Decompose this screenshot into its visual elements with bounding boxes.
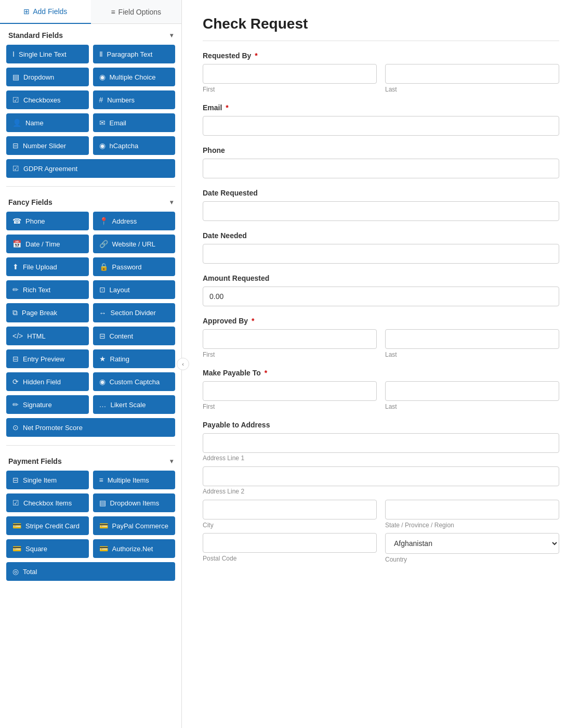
number-slider-label: Number Slider: [23, 142, 66, 150]
field-btn-layout[interactable]: ⊡ Layout: [93, 280, 176, 299]
address-line-2-input[interactable]: [203, 466, 559, 486]
field-btn-checkbox-items[interactable]: ☑ Checkbox Items: [6, 493, 89, 512]
field-btn-authorize-net[interactable]: 💳 Authorize.Net: [93, 539, 176, 558]
add-fields-label: Add Fields: [33, 7, 67, 16]
requested-by-required: *: [255, 51, 257, 60]
collapse-panel-button[interactable]: ‹: [177, 358, 189, 370]
paragraph-text-icon: Ⅱ: [99, 50, 103, 58]
rating-icon: ★: [99, 355, 106, 363]
total-icon: ◎: [12, 567, 19, 576]
field-btn-square[interactable]: 💳 Square: [6, 539, 89, 558]
field-btn-signature[interactable]: ✏ Signature: [6, 395, 89, 414]
field-btn-website-url[interactable]: 🔗 Website / URL: [93, 235, 176, 253]
dropdown-items-icon: ▤: [99, 499, 106, 507]
field-btn-multiple-choice[interactable]: ◉ Multiple Choice: [93, 68, 176, 86]
address-line-1-sublabel: Address Line 1: [203, 454, 244, 462]
tab-add-fields[interactable]: ⊞ Add Fields: [0, 0, 91, 24]
tab-field-options[interactable]: ≡ Field Options: [91, 0, 182, 23]
field-btn-custom-captcha[interactable]: ◉ Custom Captcha: [93, 372, 176, 391]
country-sublabel: Country: [385, 556, 559, 563]
rich-text-icon: ✏: [12, 285, 19, 294]
field-btn-multiple-items[interactable]: ≡ Multiple Items: [93, 471, 176, 489]
field-btn-date-time[interactable]: 📅 Date / Time: [6, 235, 89, 253]
fancy-fields-header[interactable]: Fancy Fields ▾: [0, 191, 181, 212]
field-btn-single-line-text[interactable]: Ⅰ Single Line Text: [6, 45, 89, 63]
net-promoter-score-label: Net Promoter Score: [23, 424, 83, 432]
section-divider-label: Section Divider: [111, 309, 156, 317]
field-btn-likert-scale[interactable]: … Likert Scale: [93, 395, 176, 414]
field-btn-phone[interactable]: ☎ Phone: [6, 212, 89, 230]
field-btn-gdpr-agreement[interactable]: ☑ GDPR Agreement: [6, 159, 175, 178]
html-label: HTML: [27, 332, 45, 340]
email-icon: ✉: [99, 119, 106, 127]
field-btn-number-slider[interactable]: ⊟ Number Slider: [6, 136, 89, 155]
field-email: Email *: [203, 103, 559, 136]
field-btn-hcaptcha[interactable]: ◉ hCaptcha: [93, 136, 176, 155]
field-btn-stripe-credit-card[interactable]: 💳 Stripe Credit Card: [6, 516, 89, 535]
field-btn-total[interactable]: ◎ Total: [6, 562, 175, 581]
multiple-choice-icon: ◉: [99, 73, 106, 81]
address-label: Address: [112, 217, 137, 225]
city-input[interactable]: [203, 500, 377, 519]
address-line-1-input[interactable]: [203, 433, 559, 453]
field-btn-single-item[interactable]: ⊟ Single Item: [6, 471, 89, 489]
field-phone: Phone: [203, 146, 559, 178]
field-options-icon: ≡: [111, 8, 115, 16]
field-btn-rating[interactable]: ★ Rating: [93, 349, 176, 368]
password-label: Password: [112, 263, 142, 271]
field-btn-paragraph-text[interactable]: Ⅱ Paragraph Text: [93, 45, 176, 63]
field-btn-address[interactable]: 📍 Address: [93, 212, 176, 230]
make-payable-to-first-input[interactable]: [203, 381, 377, 401]
approved-by-label: Approved By *: [203, 317, 559, 325]
field-btn-net-promoter-score[interactable]: ⊙ Net Promoter Score: [6, 418, 175, 437]
payment-fields-title: Payment Fields: [8, 457, 62, 465]
country-select[interactable]: Afghanistan Albania Algeria Andorra Ango…: [385, 533, 559, 554]
email-input[interactable]: [203, 116, 559, 136]
approved-by-first-input[interactable]: [203, 329, 377, 349]
field-btn-numbers[interactable]: # Numbers: [93, 90, 176, 109]
field-btn-hidden-field[interactable]: ⟳ Hidden Field: [6, 372, 89, 391]
requested-by-first-input[interactable]: [203, 64, 377, 84]
amount-requested-input[interactable]: [203, 287, 559, 306]
phone-icon: ☎: [12, 217, 21, 225]
field-btn-email[interactable]: ✉ Email: [93, 113, 176, 132]
field-btn-section-divider[interactable]: ↔ Section Divider: [93, 303, 176, 322]
approved-by-last-input[interactable]: [385, 329, 559, 349]
field-date-requested: Date Requested: [203, 189, 559, 221]
website-url-icon: 🔗: [99, 240, 108, 248]
layout-icon: ⊡: [99, 285, 106, 294]
checkbox-items-icon: ☑: [12, 499, 19, 507]
make-payable-to-last-col: Last: [385, 381, 559, 410]
field-btn-content[interactable]: ⊟ Content: [93, 327, 176, 345]
payment-fields-grid: ⊟ Single Item ≡ Multiple Items ☑ Checkbo…: [0, 471, 181, 587]
state-input[interactable]: [385, 500, 559, 519]
payment-fields-header[interactable]: Payment Fields ▾: [0, 450, 181, 471]
paypal-commerce-icon: 💳: [99, 522, 108, 530]
standard-fields-header[interactable]: Standard Fields ▾: [0, 24, 181, 45]
file-upload-label: File Upload: [23, 263, 57, 271]
field-btn-entry-preview[interactable]: ⊟ Entry Preview: [6, 349, 89, 368]
address-postal-country-row: Postal Code Afghanistan Albania Algeria …: [203, 533, 559, 563]
field-btn-page-break[interactable]: ⧉ Page Break: [6, 303, 89, 322]
date-requested-input[interactable]: [203, 201, 559, 221]
field-btn-paypal-commerce[interactable]: 💳 PayPal Commerce: [93, 516, 176, 535]
single-line-text-icon: Ⅰ: [12, 50, 15, 58]
file-upload-icon: ⬆: [12, 263, 19, 271]
likert-scale-icon: …: [99, 400, 107, 409]
make-payable-to-label: Make Payable To *: [203, 369, 559, 377]
requested-by-last-input[interactable]: [385, 64, 559, 84]
field-btn-file-upload[interactable]: ⬆ File Upload: [6, 257, 89, 276]
phone-input[interactable]: [203, 159, 559, 178]
make-payable-to-last-input[interactable]: [385, 381, 559, 401]
date-needed-input[interactable]: [203, 244, 559, 264]
field-btn-password[interactable]: 🔒 Password: [93, 257, 176, 276]
field-btn-checkboxes[interactable]: ☑ Checkboxes: [6, 90, 89, 109]
field-btn-html[interactable]: </> HTML: [6, 327, 89, 345]
field-btn-name[interactable]: 👤 Name: [6, 113, 89, 132]
amount-requested-label: Amount Requested: [203, 274, 559, 282]
field-btn-dropdown-items[interactable]: ▤ Dropdown Items: [93, 493, 176, 512]
postal-code-input[interactable]: [203, 533, 377, 553]
field-btn-dropdown[interactable]: ▤ Dropdown: [6, 68, 89, 86]
field-btn-rich-text[interactable]: ✏ Rich Text: [6, 280, 89, 299]
signature-label: Signature: [23, 401, 52, 409]
